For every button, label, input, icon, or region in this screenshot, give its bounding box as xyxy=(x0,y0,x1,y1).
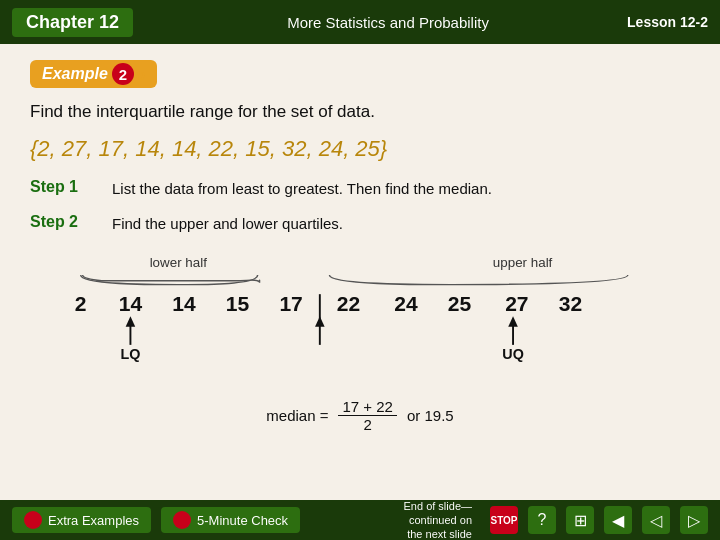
stop-icon: STOP xyxy=(490,506,518,534)
step2-text: Find the upper and lower quartiles. xyxy=(112,213,343,234)
svg-text:32: 32 xyxy=(559,292,582,315)
median-label: median = xyxy=(266,407,328,424)
five-minute-icon xyxy=(173,511,191,529)
five-minute-check-button[interactable]: 5-Minute Check xyxy=(161,507,300,533)
example-label: Example xyxy=(42,65,108,83)
svg-marker-11 xyxy=(126,316,136,327)
step1-row: Step 1 List the data from least to great… xyxy=(30,178,690,199)
median-formula-row: median = 17 + 22 2 or 19.5 xyxy=(30,398,690,433)
chapter-label: Chapter 12 xyxy=(12,8,133,37)
diagram-svg: lower half upper half 2 14 14 15 17 22 2… xyxy=(30,254,690,364)
end-of-slide-text: End of slide— continued on the next slid… xyxy=(404,499,472,540)
extra-examples-label: Extra Examples xyxy=(48,513,139,528)
svg-text:2: 2 xyxy=(75,292,87,315)
five-minute-label: 5-Minute Check xyxy=(197,513,288,528)
step1-text: List the data from least to greatest. Th… xyxy=(112,178,492,199)
example-badge: Example 2 b xyxy=(30,60,690,92)
question-text: Find the interquartile range for the set… xyxy=(30,102,690,122)
median-fraction: 17 + 22 2 xyxy=(338,398,396,433)
svg-text:LQ: LQ xyxy=(120,346,140,362)
svg-text:UQ: UQ xyxy=(502,346,524,362)
fraction-numerator: 17 + 22 xyxy=(338,398,396,416)
lower-half-label: lower half xyxy=(150,255,208,270)
data-set: {2, 27, 17, 14, 14, 22, 15, 32, 24, 25} xyxy=(30,136,690,162)
step2-label: Step 2 xyxy=(30,213,98,231)
main-content: Example 2 b Find the interquartile range… xyxy=(0,44,720,500)
upper-half-label: upper half xyxy=(493,255,553,270)
lesson-label: Lesson 12-2 xyxy=(627,14,708,30)
extra-examples-icon xyxy=(24,511,42,529)
svg-text:14: 14 xyxy=(172,292,196,315)
diagram-area: lower half upper half 2 14 14 15 17 22 2… xyxy=(30,254,690,384)
svg-marker-14 xyxy=(508,316,518,327)
page: Chapter 12 More Statistics and Probabili… xyxy=(0,0,720,540)
svg-text:27: 27 xyxy=(505,292,528,315)
svg-text:17: 17 xyxy=(279,292,302,315)
median-result: or 19.5 xyxy=(407,407,454,424)
nav-next-button[interactable]: ▷ xyxy=(680,506,708,534)
svg-text:15: 15 xyxy=(226,292,250,315)
footer: Extra Examples 5-Minute Check End of sli… xyxy=(0,500,720,540)
nav-grid-button[interactable]: ⊞ xyxy=(566,506,594,534)
svg-text:25: 25 xyxy=(448,292,472,315)
example-number: 2 xyxy=(112,63,134,85)
fraction-denominator: 2 xyxy=(360,416,376,433)
step1-label: Step 1 xyxy=(30,178,98,196)
nav-question-button[interactable]: ? xyxy=(528,506,556,534)
svg-text:24: 24 xyxy=(394,292,418,315)
nav-prev-button[interactable]: ◁ xyxy=(642,506,670,534)
extra-examples-button[interactable]: Extra Examples xyxy=(12,507,151,533)
svg-marker-18 xyxy=(315,316,325,327)
nav-back-button[interactable]: ◀ xyxy=(604,506,632,534)
header: Chapter 12 More Statistics and Probabili… xyxy=(0,0,720,44)
step2-row: Step 2 Find the upper and lower quartile… xyxy=(30,213,690,234)
header-title: More Statistics and Probability xyxy=(149,14,627,31)
example-sub: b xyxy=(136,66,145,83)
svg-text:22: 22 xyxy=(337,292,360,315)
svg-text:14: 14 xyxy=(119,292,143,315)
